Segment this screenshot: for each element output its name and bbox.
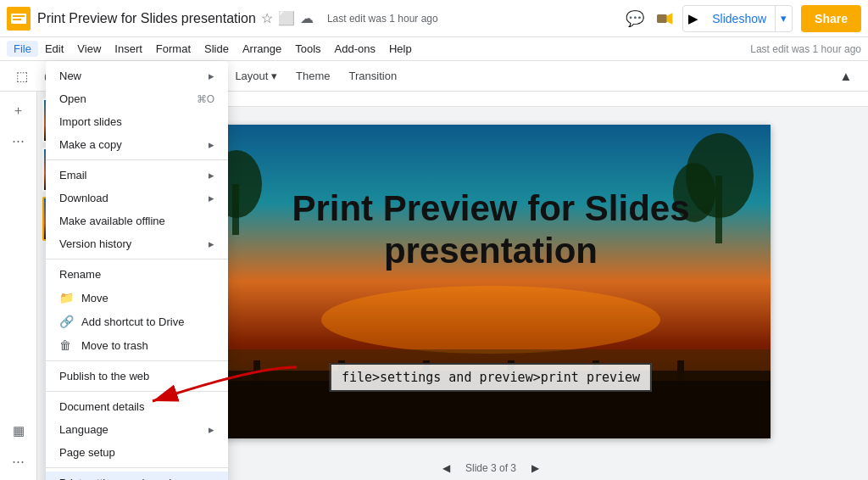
theme-button[interactable]: Theme (289, 64, 337, 88)
menu-item-email-label: Email (59, 169, 87, 181)
transition-button[interactable]: Transition (342, 64, 404, 88)
cloud-icon: ☁ (300, 10, 314, 26)
folder-icon: 📁 (59, 291, 75, 304)
menu-item-rename[interactable]: Rename (46, 263, 228, 286)
topbar: Print Preview for Slides presentation ☆ … (0, 0, 868, 37)
menu-item-open-label: Open (59, 92, 86, 105)
menu-item-copy[interactable]: Make a copy ▸ (46, 133, 228, 156)
next-slide[interactable]: ▶ (523, 456, 547, 480)
menu-help[interactable]: Help (382, 41, 419, 57)
menu-item-details-label: Document details (59, 400, 144, 413)
save-status: Last edit was 1 hour ago (327, 13, 438, 25)
svg-rect-21 (677, 360, 684, 381)
slideshow-label: Slideshow (704, 12, 775, 25)
menu-item-language-arrow: ▸ (209, 423, 214, 436)
menu-item-new-label: New (59, 70, 81, 82)
menubar: File Edit View Insert Format Slide Arran… (0, 37, 868, 61)
slideshow-dropdown-arrow[interactable]: ▾ (775, 6, 792, 31)
menu-item-shortcut-label: Add shortcut to Drive (81, 315, 184, 328)
dd-sep-2 (46, 259, 228, 260)
menu-item-trash[interactable]: 🗑 Move to trash (46, 333, 228, 357)
app-icon (7, 7, 31, 31)
menu-item-move[interactable]: 📁 Move (46, 286, 228, 310)
menu-item-copy-label: Make a copy (59, 138, 122, 151)
sidebar: ＋ ⋯ ▦ ⋯ (0, 92, 37, 480)
menu-slide[interactable]: Slide (198, 41, 236, 57)
slide-title: Print Preview for Slides presentation (239, 187, 743, 273)
svg-rect-12 (232, 184, 239, 235)
doc-title: Print Preview for Slides presentation (37, 11, 256, 26)
file-dropdown-menu: New ▸ Open ⌘O Import slides Make a copy … (46, 61, 228, 480)
menu-insert[interactable]: Insert (108, 41, 149, 57)
collapse-toolbar[interactable]: ▲ (834, 64, 858, 88)
menu-item-move-label: Move (81, 292, 108, 304)
toolbar-right: ▲ (834, 64, 858, 88)
menu-item-download-label: Download (59, 192, 108, 204)
menu-edit[interactable]: Edit (38, 41, 70, 57)
dd-sep-5 (46, 467, 228, 468)
shortcut-icon: 🔗 (59, 315, 75, 328)
menu-item-download-arrow: ▸ (209, 192, 214, 204)
slide-counter: Slide 3 of 3 (465, 462, 516, 474)
svg-rect-5 (657, 14, 667, 23)
trash-icon: 🗑 (59, 338, 75, 352)
add-slide-button[interactable]: ＋ (5, 97, 32, 124)
svg-rect-2 (13, 15, 25, 17)
menu-view[interactable]: View (70, 41, 108, 57)
select-tool[interactable]: ⬚ (10, 64, 34, 88)
menu-item-offline[interactable]: Make available offline (46, 209, 228, 232)
menu-item-version-label: Version history (59, 237, 131, 250)
menu-item-email[interactable]: Email ▸ (46, 164, 228, 187)
menu-item-new-arrow: ▸ (209, 70, 214, 82)
menu-tools[interactable]: Tools (288, 41, 327, 57)
menu-item-print-settings-label: Print settings and preview (59, 477, 186, 480)
menu-format[interactable]: Format (149, 41, 198, 57)
slide-subtitle: file>settings and preview>print preview (330, 363, 652, 392)
sidebar-bottom: ▦ ⋯ (0, 417, 36, 480)
menu-addons[interactable]: Add-ons (328, 41, 382, 57)
menu-item-import-label: Import slides (59, 115, 122, 128)
menu-item-language[interactable]: Language ▸ (46, 418, 228, 441)
menu-item-import[interactable]: Import slides (46, 110, 228, 133)
title-area: Print Preview for Slides presentation ☆ … (37, 10, 621, 26)
menu-item-open-shortcut: ⌘O (197, 93, 214, 105)
menu-item-pagesetup[interactable]: Page setup (46, 441, 228, 464)
menu-item-print-settings[interactable]: Print settings and preview (46, 472, 228, 480)
svg-rect-3 (13, 19, 21, 20)
svg-point-13 (321, 286, 660, 354)
menu-item-shortcut[interactable]: 🔗 Add shortcut to Drive (46, 310, 228, 333)
menu-arrange[interactable]: Arrange (236, 41, 288, 57)
menu-item-open[interactable]: Open ⌘O (46, 87, 228, 110)
meet-button[interactable] (657, 12, 674, 25)
menu-item-copy-arrow: ▸ (209, 138, 214, 151)
menu-file[interactable]: File (7, 41, 38, 57)
comment-button[interactable]: 💬 (621, 5, 648, 32)
menu-item-pagesetup-label: Page setup (59, 446, 115, 459)
meet-icon (657, 12, 674, 25)
red-arrow-annotation (136, 359, 305, 412)
menu-item-rename-label: Rename (59, 268, 101, 281)
menu-item-version-arrow: ▸ (209, 237, 214, 250)
layout-button[interactable]: Layout ▾ (228, 64, 284, 88)
slides-view-button[interactable]: ▦ (5, 417, 32, 444)
menu-item-new[interactable]: New ▸ (46, 64, 228, 87)
dd-sep-1 (46, 159, 228, 160)
svg-marker-6 (667, 13, 673, 24)
sidebar-top: ＋ ⋯ (0, 92, 36, 159)
menu-item-offline-label: Make available offline (59, 215, 165, 227)
share-button[interactable]: Share (801, 5, 861, 32)
menu-item-download[interactable]: Download ▸ (46, 187, 228, 209)
slideshow-icon: ▶ (683, 11, 704, 26)
grid-view-button[interactable]: ⋯ (5, 448, 32, 475)
menu-item-email-arrow: ▸ (209, 169, 214, 181)
last-edit: Last edit was 1 hour ago (750, 43, 861, 55)
star-icon[interactable]: ☆ (261, 10, 273, 26)
topbar-right: 💬 ▶ Slideshow ▾ Share (621, 5, 861, 32)
menu-item-language-label: Language (59, 423, 108, 436)
slides-icon[interactable]: ⬜ (278, 10, 295, 26)
menu-item-version[interactable]: Version history ▸ (46, 232, 228, 255)
sidebar-more-button[interactable]: ⋯ (5, 127, 32, 154)
menu-item-trash-label: Move to trash (81, 339, 148, 352)
prev-slide[interactable]: ◀ (435, 456, 459, 480)
slideshow-button[interactable]: ▶ Slideshow ▾ (682, 5, 793, 32)
